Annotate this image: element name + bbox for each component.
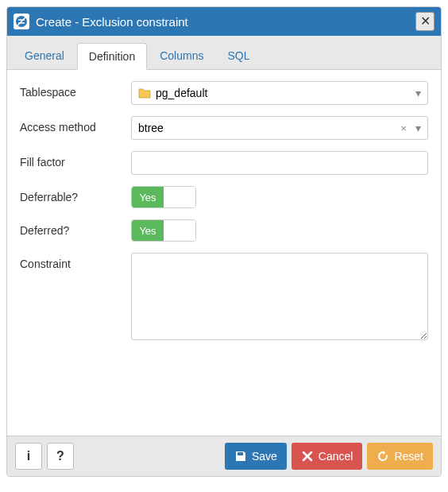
label-tablespace: Tablespace bbox=[20, 81, 131, 99]
tab-definition[interactable]: Definition bbox=[77, 43, 147, 70]
textarea-constraint[interactable] bbox=[131, 253, 428, 340]
dialog-footer: i ? Save Cancel Reset bbox=[7, 436, 441, 476]
label-deferrable: Deferrable? bbox=[20, 186, 131, 203]
toggle-deferred-off bbox=[164, 220, 195, 241]
select-access-method-value: btree bbox=[138, 122, 164, 134]
help-button[interactable]: ? bbox=[47, 443, 74, 470]
label-fill-factor: Fill factor bbox=[20, 151, 131, 169]
toggle-deferred[interactable]: Yes bbox=[131, 219, 196, 242]
chevron-down-icon: ▾ bbox=[415, 122, 421, 134]
tab-general[interactable]: General bbox=[14, 43, 75, 70]
toggle-deferrable-on: Yes bbox=[132, 187, 164, 207]
toggle-deferrable-off bbox=[164, 187, 195, 207]
toggle-deferrable[interactable]: Yes bbox=[131, 186, 196, 208]
close-button[interactable]: ✕ bbox=[415, 12, 434, 31]
tab-content-definition: Tablespace pg_default ▾ Access method bt… bbox=[7, 70, 441, 436]
row-deferred: Deferred? Yes bbox=[20, 219, 428, 242]
save-icon bbox=[234, 450, 247, 463]
save-button[interactable]: Save bbox=[225, 443, 287, 470]
dialog-create-exclusion-constraint: Create - Exclusion constraint ✕ General … bbox=[6, 6, 442, 477]
info-icon: i bbox=[27, 449, 30, 463]
reset-button[interactable]: Reset bbox=[367, 443, 433, 470]
question-icon: ? bbox=[56, 449, 64, 463]
toggle-deferred-on: Yes bbox=[132, 220, 164, 241]
save-button-label: Save bbox=[252, 450, 277, 463]
row-access-method: Access method btree × ▾ bbox=[20, 116, 428, 140]
cancel-icon bbox=[301, 450, 314, 463]
dialog-title: Create - Exclusion constraint bbox=[36, 15, 415, 29]
select-tablespace[interactable]: pg_default ▾ bbox=[131, 81, 428, 105]
tab-sql[interactable]: SQL bbox=[216, 43, 261, 70]
titlebar: Create - Exclusion constraint ✕ bbox=[7, 7, 441, 36]
exclusion-constraint-icon bbox=[14, 14, 29, 29]
tab-columns[interactable]: Columns bbox=[149, 43, 214, 70]
folder-icon bbox=[138, 87, 151, 99]
reset-button-label: Reset bbox=[394, 450, 423, 463]
tab-bar: General Definition Columns SQL bbox=[7, 36, 441, 70]
label-access-method: Access method bbox=[20, 116, 131, 134]
row-deferrable: Deferrable? Yes bbox=[20, 186, 428, 208]
row-tablespace: Tablespace pg_default ▾ bbox=[20, 81, 428, 105]
cancel-button[interactable]: Cancel bbox=[292, 443, 363, 470]
select-tablespace-value: pg_default bbox=[156, 87, 207, 99]
row-fill-factor: Fill factor bbox=[20, 151, 428, 175]
reset-icon bbox=[377, 450, 389, 463]
clear-icon[interactable]: × bbox=[400, 122, 407, 134]
row-constraint: Constraint bbox=[20, 253, 428, 343]
select-access-method[interactable]: btree × ▾ bbox=[131, 116, 428, 140]
input-fill-factor[interactable] bbox=[131, 151, 428, 175]
label-constraint: Constraint bbox=[20, 253, 131, 270]
label-deferred: Deferred? bbox=[20, 219, 131, 237]
chevron-down-icon: ▾ bbox=[415, 87, 421, 99]
close-icon: ✕ bbox=[420, 15, 431, 28]
info-button[interactable]: i bbox=[15, 443, 42, 470]
cancel-button-label: Cancel bbox=[319, 450, 353, 463]
